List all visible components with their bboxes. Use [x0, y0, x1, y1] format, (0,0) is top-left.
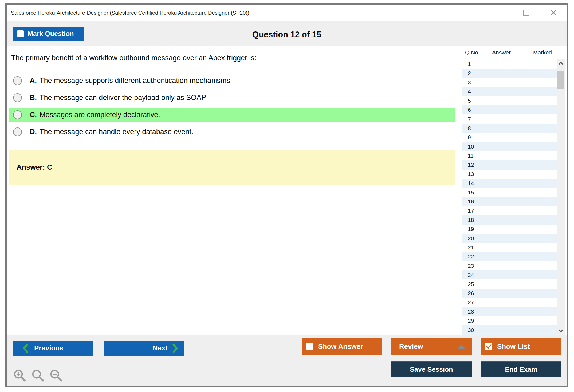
previous-button[interactable]: Previous [13, 341, 93, 356]
end-exam-label: End Exam [505, 366, 537, 373]
sidebar-scrollbar[interactable] [557, 59, 565, 335]
option-letter: D. [30, 128, 37, 136]
unchecked-checkbox[interactable] [306, 343, 313, 350]
option-text: Messages are completely declarative. [40, 111, 160, 119]
question-list-row[interactable]: 27 [462, 298, 557, 307]
question-list-row[interactable]: 24 [462, 270, 557, 279]
question-list-row[interactable]: 15 [462, 188, 557, 197]
question-list-row[interactable]: 10 [462, 142, 557, 151]
close-icon[interactable] [548, 7, 559, 18]
question-list-row[interactable]: 9 [462, 133, 557, 142]
chevron-down-icon[interactable] [557, 327, 565, 335]
row-question-number: 30 [468, 327, 474, 333]
question-list-row[interactable]: 3 [462, 78, 557, 87]
answer-box: Answer: C [9, 150, 455, 185]
column-header-qno: Q No. [465, 49, 480, 56]
question-list-row[interactable]: 28 [462, 307, 557, 316]
row-question-number: 6 [468, 107, 471, 113]
show-list-label: Show List [497, 342, 530, 351]
option-row[interactable]: D. The message can handle every database… [9, 125, 455, 139]
question-list-row[interactable]: 29 [462, 316, 557, 325]
maximize-icon[interactable] [520, 7, 532, 18]
row-question-number: 21 [468, 244, 474, 251]
option-letter: C. [30, 111, 37, 119]
question-list-row[interactable]: 8 [462, 124, 557, 133]
question-list-row[interactable]: 22 [462, 252, 557, 261]
radio-button-icon[interactable] [13, 127, 22, 136]
question-list-row[interactable]: 18 [462, 215, 557, 225]
radio-button-icon[interactable] [13, 93, 22, 102]
question-text: The primary benefit of a workflow outbou… [11, 54, 256, 62]
row-question-number: 14 [468, 180, 474, 186]
question-list-row[interactable]: 7 [462, 114, 557, 123]
option-text: The message supports different authentic… [40, 77, 230, 85]
minimize-icon[interactable] [493, 7, 505, 18]
row-question-number: 4 [468, 88, 471, 95]
zoom-in-icon[interactable] [13, 369, 27, 383]
question-list-row[interactable]: 13 [462, 170, 557, 179]
row-question-number: 11 [468, 153, 474, 159]
option-letter: B. [30, 94, 37, 102]
review-label: Review [399, 342, 423, 351]
next-button[interactable]: Next [104, 341, 184, 356]
scrollbar-thumb[interactable] [557, 71, 564, 89]
row-question-number: 24 [468, 272, 474, 278]
question-list-row[interactable]: 6 [462, 105, 557, 114]
question-list-row[interactable]: 25 [462, 279, 557, 289]
question-list-row[interactable]: 21 [462, 243, 557, 252]
question-list-row[interactable]: 4 [462, 87, 557, 96]
show-answer-button[interactable]: Show Answer [302, 338, 382, 355]
row-question-number: 15 [468, 189, 474, 196]
column-header-answer: Answer [492, 49, 511, 56]
row-question-number: 23 [468, 263, 474, 269]
next-label: Next [153, 344, 168, 352]
row-question-number: 8 [468, 125, 471, 131]
question-list-row[interactable]: 17 [462, 206, 557, 215]
question-list-row[interactable]: 5 [462, 96, 557, 105]
row-question-number: 28 [468, 309, 474, 315]
show-answer-label: Show Answer [318, 342, 363, 351]
row-question-number: 16 [468, 198, 474, 205]
zoom-reset-icon[interactable] [31, 369, 45, 383]
row-question-number: 18 [468, 217, 474, 223]
question-list-row[interactable]: 2 [462, 69, 557, 78]
option-row[interactable]: C. Messages are completely declarative. [9, 108, 455, 122]
option-text: The message can handle every database ev… [40, 128, 193, 136]
options-list: A. The message supports different authen… [9, 74, 455, 142]
triangle-up-icon [458, 345, 465, 349]
question-list-row[interactable]: 11 [462, 151, 557, 160]
row-question-number: 22 [468, 253, 474, 260]
row-question-number: 12 [468, 162, 474, 168]
option-text: The message can deliver the payload only… [40, 94, 206, 102]
chevron-up-icon[interactable] [557, 59, 565, 67]
question-list-row[interactable]: 1 [462, 59, 557, 69]
question-list-row[interactable]: 16 [462, 197, 557, 206]
row-question-number: 13 [468, 171, 474, 177]
row-question-number: 20 [468, 235, 474, 242]
checked-checkbox[interactable] [485, 343, 492, 350]
save-session-button[interactable]: Save Session [391, 361, 472, 377]
show-list-button[interactable]: Show List [481, 338, 561, 355]
column-header-marked: Marked [533, 49, 552, 56]
option-letter: A. [30, 77, 37, 85]
question-list-row[interactable]: 23 [462, 261, 557, 270]
end-exam-button[interactable]: End Exam [481, 361, 561, 377]
question-list-row[interactable]: 30 [462, 325, 557, 334]
review-button[interactable]: Review [391, 338, 472, 355]
radio-button-icon[interactable] [13, 110, 22, 119]
question-list-row[interactable]: 12 [462, 160, 557, 169]
zoom-out-icon[interactable] [49, 369, 64, 383]
row-question-number: 25 [468, 281, 474, 287]
question-list-row[interactable]: 20 [462, 234, 557, 243]
question-list-row[interactable]: 26 [462, 289, 557, 298]
radio-button-icon[interactable] [13, 76, 22, 85]
title-bar: Salesforce Heroku-Architecture-Designer … [7, 5, 567, 21]
row-question-number: 2 [468, 70, 471, 77]
question-list-row[interactable]: 14 [462, 179, 557, 188]
row-question-number: 3 [468, 79, 471, 86]
row-question-number: 27 [468, 299, 474, 306]
previous-label: Previous [34, 344, 64, 352]
option-row[interactable]: B. The message can deliver the payload o… [9, 91, 455, 105]
option-row[interactable]: A. The message supports different authen… [9, 74, 455, 87]
question-list-row[interactable]: 19 [462, 225, 557, 234]
